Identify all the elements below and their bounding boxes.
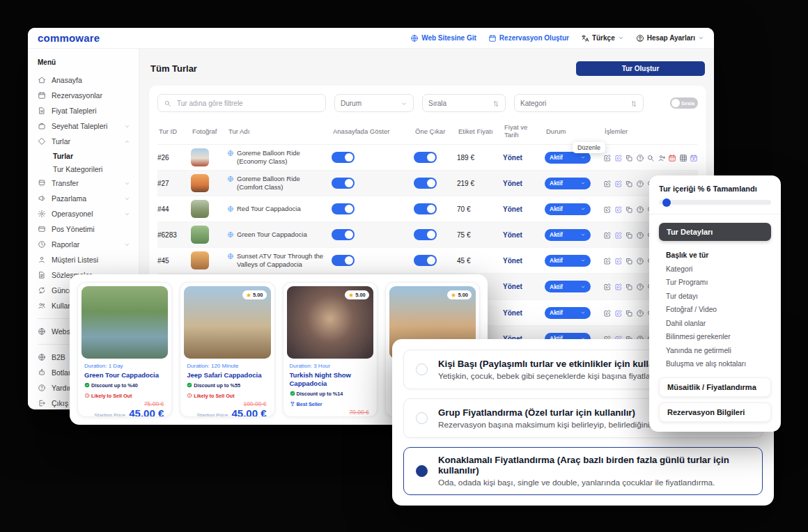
sidebar-item-m-teri-listesi[interactable]: Müşteri Listesi — [28, 252, 139, 267]
bag-icon — [38, 122, 46, 130]
tour-card-image: 5.00 — [184, 286, 270, 359]
status-dropdown[interactable]: Aktif — [545, 178, 591, 189]
step-item[interactable]: Yanında ne getirmeli — [666, 344, 771, 358]
tour-card[interactable]: 5.00Duration: 120 MinuteJeep Safari Capp… — [180, 282, 274, 417]
pricing-option-description: Yetişkin, çocuk, bebek gibi seçeneklerde… — [438, 371, 678, 381]
feature-toggle[interactable] — [414, 152, 437, 163]
tour-details-section-button[interactable]: Tur Detayları — [659, 223, 771, 241]
pricing-option[interactable]: Konaklamalı Fiyatlandırma (Araç bazlı bi… — [403, 447, 763, 495]
divider — [649, 214, 781, 214]
category-filter[interactable]: Kategori — [514, 94, 644, 112]
tour-card[interactable]: Duration: 1 DayGreen Tour CappadociaDisc… — [77, 282, 172, 417]
radio-button[interactable] — [416, 363, 428, 375]
edit-tooltip: Düzenle — [573, 142, 605, 153]
sidebar-item-operasyonel[interactable]: Operasyonel — [28, 206, 139, 221]
section-buttons: Müsaitlik / FiyatlandırmaRezervasyon Bil… — [659, 377, 771, 422]
tour-name-cell: Goreme Balloon Ride (Comfort Class) — [227, 175, 332, 192]
help-circle-icon — [636, 205, 644, 214]
section-button[interactable]: Müsaitlik / Fiyatlandırma — [659, 377, 771, 397]
progress-title: Tur içeriği % 6 Tamamlandı — [659, 185, 771, 193]
topbar-link[interactable]: Web Sitesine Git — [410, 34, 476, 42]
feature-toggle[interactable] — [414, 229, 437, 240]
status-dropdown[interactable]: Aktif — [545, 255, 591, 267]
topbar-link[interactable]: Hesap Ayarları — [636, 34, 704, 42]
step-item[interactable]: Başlık ve tür — [666, 249, 771, 263]
sort-toggle[interactable]: Sırala — [670, 97, 698, 109]
old-price: 100.00 € — [188, 400, 266, 407]
old-price: 75.00 € — [86, 400, 164, 407]
edit-icon — [603, 283, 612, 291]
step-item[interactable]: Fotoğraf / Video — [666, 303, 771, 317]
sort-filter[interactable]: Sırala — [422, 94, 506, 112]
sidebar-subitem-turlar[interactable]: Turlar — [28, 149, 139, 162]
discount-badge: Discount up to %14 — [290, 391, 343, 397]
column-header: Öne Çıkar — [415, 127, 458, 135]
status-dropdown[interactable]: Aktif — [545, 307, 591, 319]
status-dropdown[interactable]: Aktif — [545, 281, 591, 292]
homepage-toggle[interactable] — [332, 203, 355, 214]
sidebar-item-raporlar[interactable]: Raporlar — [28, 237, 139, 252]
radio-button[interactable] — [416, 412, 428, 424]
web-link-icon — [227, 231, 234, 238]
status-dropdown[interactable]: Aktif — [545, 229, 591, 241]
manage-link[interactable]: Yönet — [503, 309, 545, 317]
homepage-toggle[interactable] — [332, 178, 355, 189]
status-dropdown[interactable]: Aktif — [545, 203, 591, 215]
starting-price-value: 45.00 € — [129, 407, 164, 417]
status-dropdown[interactable]: Aktif — [545, 152, 591, 164]
manage-link[interactable]: Yönet — [503, 205, 545, 213]
sort-arrows-icon — [630, 100, 637, 107]
sort-filter-label: Sırala — [428, 100, 446, 107]
sidebar-subitem-tur-kategorileri[interactable]: Tur Kategorileri — [28, 162, 139, 175]
sidebar-item-transfer[interactable]: Transfer — [28, 175, 139, 191]
create-tour-button[interactable]: Tur Oluştur — [576, 61, 705, 76]
sidebar-item-fiyat-talepleri[interactable]: Fiyat Talepleri — [28, 103, 139, 118]
sidebar-item-anasayfa[interactable]: Anasayfa — [28, 72, 139, 88]
edit-icon — [603, 154, 612, 162]
step-item[interactable]: Dahil olanlar — [666, 317, 771, 331]
feature-toggle[interactable] — [414, 203, 437, 214]
radio-button[interactable] — [416, 465, 428, 477]
homepage-toggle[interactable] — [332, 255, 355, 266]
manage-link[interactable]: Yönet — [503, 283, 545, 290]
user-plus-icon — [658, 154, 666, 162]
topbar-link[interactable]: Rezervasyon Oluştur — [488, 34, 569, 42]
step-item[interactable]: Kategori — [666, 263, 771, 276]
step-item[interactable]: Tur Programı — [666, 276, 771, 290]
copy-icon — [625, 257, 633, 265]
globe-icon — [38, 327, 46, 336]
column-header: Fiyat ve Tarih — [504, 123, 546, 139]
step-item[interactable]: Tur detayı — [666, 290, 771, 304]
feature-toggle[interactable] — [414, 255, 437, 266]
bot-icon — [38, 368, 46, 377]
web-link-icon — [227, 253, 234, 260]
homepage-toggle[interactable] — [332, 152, 355, 163]
sort-arrows-icon — [492, 100, 499, 107]
homepage-toggle[interactable] — [332, 229, 355, 240]
section-button[interactable]: Rezervasyon Bilgileri — [659, 402, 771, 422]
help-circle-icon — [636, 257, 644, 265]
manage-link[interactable]: Yönet — [503, 154, 545, 162]
manage-link[interactable]: Yönet — [503, 180, 545, 187]
topbar-link[interactable]: Türkçe — [581, 34, 624, 42]
sidebar-item-seyehat-talepleri[interactable]: Seyehat Talepleri — [28, 118, 139, 134]
sort-arrows-icon — [630, 99, 637, 107]
bestseller-badge: Best Seller — [290, 401, 323, 407]
chevron-down-icon — [618, 35, 624, 41]
step-item[interactable]: Bilinmesi gerekenler — [666, 330, 771, 344]
tour-photo-cell — [191, 251, 227, 269]
tour-card-title: Green Tour Cappadocia — [84, 371, 165, 380]
status-filter-select[interactable]: Durum — [334, 94, 414, 112]
search-input[interactable] — [176, 99, 320, 108]
manage-link[interactable]: Yönet — [503, 257, 545, 265]
search-box[interactable] — [157, 94, 326, 112]
sidebar-item-turlar[interactable]: Turlar — [28, 134, 139, 149]
sidebar-item-pazarlama[interactable]: Pazarlama — [28, 191, 139, 206]
sidebar-item-pos-y-netimi[interactable]: Pos Yönetimi — [28, 221, 139, 237]
step-item[interactable]: Buluşma ve alış noktaları — [666, 357, 771, 371]
manage-link[interactable]: Yönet — [503, 231, 545, 239]
tour-card[interactable]: 5.00Duration: 3 HourTurkish Night Show C… — [283, 282, 378, 417]
feature-toggle[interactable] — [414, 178, 437, 189]
chevron-down-icon — [124, 211, 130, 217]
sidebar-item-rezervasyonlar[interactable]: Rezervasyonlar — [28, 88, 139, 103]
